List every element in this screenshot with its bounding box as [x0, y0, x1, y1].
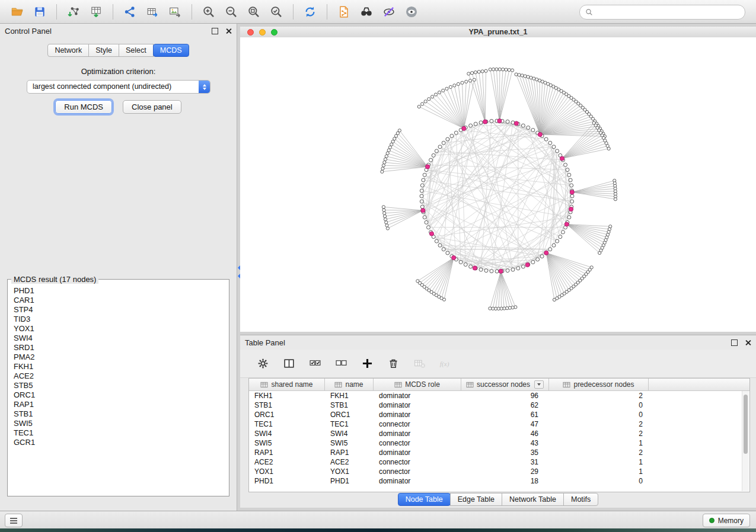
zoom-selected-button[interactable]: [266, 2, 286, 21]
share-document-button[interactable]: [334, 2, 354, 21]
network-canvas[interactable]: [240, 37, 756, 332]
show-eye-button[interactable]: [401, 2, 422, 21]
mcds-result-item[interactable]: SWI4: [14, 334, 223, 343]
mcds-result-item[interactable]: PHD1: [14, 286, 223, 296]
table-row[interactable]: YOX1YOX1connector291: [249, 467, 749, 476]
mcds-result-item[interactable]: ACE2: [14, 371, 223, 381]
export-image-button[interactable]: [165, 2, 185, 21]
memory-label: Memory: [718, 517, 744, 525]
column-grid-icon: [394, 382, 402, 388]
mcds-result-item[interactable]: RAP1: [14, 400, 223, 409]
mcds-result-item[interactable]: PMA2: [14, 352, 223, 362]
node-table-body[interactable]: FKH1FKH1dominator962STB1STB1dominator620…: [249, 391, 749, 486]
mcds-result-item[interactable]: STB1: [14, 409, 223, 419]
panel-menu-button[interactable]: [5, 514, 23, 527]
table-scrollbar[interactable]: [742, 391, 749, 491]
import-network-button[interactable]: [63, 2, 84, 21]
show-hide-columns-button[interactable]: [282, 357, 296, 371]
zoom-fit-button[interactable]: [244, 2, 264, 21]
mcds-result-item[interactable]: GCR1: [14, 438, 223, 447]
cell-shared-name: ACE2: [249, 457, 325, 467]
mcds-result-item[interactable]: TEC1: [14, 428, 223, 438]
criterion-dropdown-value: largest connected component (undirected): [33, 82, 171, 91]
mcds-result-item[interactable]: ORC1: [14, 390, 223, 400]
search-field[interactable]: [579, 5, 745, 20]
refresh-layout-button[interactable]: [300, 2, 320, 21]
close-panel-icon[interactable]: [225, 28, 232, 34]
tab-network[interactable]: Network: [47, 44, 89, 57]
new-network-button[interactable]: [120, 2, 140, 21]
table-row[interactable]: ORC1ORC1dominator610: [249, 410, 749, 419]
mcds-result-item[interactable]: TID3: [14, 315, 223, 324]
deselect-all-rows-button[interactable]: [334, 357, 348, 371]
table-row[interactable]: PHD1PHD1dominator180: [249, 476, 749, 486]
mcds-result-item[interactable]: CAR1: [14, 296, 223, 305]
column-header-shared-name[interactable]: shared name: [249, 379, 325, 390]
cell-mcds-role: dominator: [374, 448, 461, 457]
table-row[interactable]: ACE2ACE2connector311: [249, 457, 749, 467]
cell-filler: [649, 457, 749, 467]
open-folder-button[interactable]: [7, 2, 27, 21]
table-row[interactable]: RAP1RAP1dominator352: [249, 448, 749, 457]
mcds-result-list[interactable]: PHD1CAR1STP4TID3YOX1SWI4SRD1PMA2FKH1ACE2…: [8, 284, 229, 450]
cell-mcds-role: dominator: [374, 429, 461, 438]
table-row[interactable]: TEC1TEC1connector472: [249, 419, 749, 429]
cell-predecessor-nodes: 2: [549, 448, 649, 457]
cell-filler: [649, 438, 749, 448]
mcds-result-item[interactable]: STP4: [14, 305, 223, 315]
criterion-dropdown[interactable]: largest connected component (undirected): [27, 80, 210, 94]
column-header-successor-nodes[interactable]: successor nodes: [461, 379, 549, 390]
cell-name: TEC1: [325, 419, 374, 429]
find-binoculars-button[interactable]: [356, 2, 377, 21]
tab-edge-table[interactable]: Edge Table: [450, 493, 502, 506]
zoom-out-button[interactable]: [221, 2, 241, 21]
delete-table-disabled-button: [412, 357, 426, 371]
run-mcds-button[interactable]: Run MCDS: [55, 100, 112, 114]
table-row[interactable]: FKH1FKH1dominator962: [249, 391, 749, 400]
delete-columns-button[interactable]: [386, 357, 400, 371]
tab-style[interactable]: Style: [88, 44, 119, 57]
float-panel-icon[interactable]: [731, 339, 738, 346]
cell-filler: [649, 419, 749, 429]
column-header-mcds-role[interactable]: MCDS role: [374, 379, 461, 390]
float-panel-icon[interactable]: [212, 28, 218, 34]
sort-indicator-icon[interactable]: [534, 380, 544, 389]
table-row[interactable]: STB1STB1dominator620: [249, 400, 749, 410]
network-graph-svg[interactable]: [240, 37, 756, 332]
cell-mcds-role: connector: [374, 438, 461, 448]
mcds-result-item[interactable]: SRD1: [14, 343, 223, 352]
search-input[interactable]: [596, 6, 745, 18]
mcds-result-item[interactable]: YOX1: [14, 324, 223, 334]
select-all-rows-button[interactable]: [308, 357, 322, 371]
cell-predecessor-nodes: 0: [549, 410, 649, 419]
mcds-result-item[interactable]: STB5: [14, 381, 223, 390]
table-row[interactable]: SWI5SWI5connector431: [249, 438, 749, 448]
mcds-result-item[interactable]: FKH1: [14, 362, 223, 371]
create-column-button[interactable]: [360, 357, 374, 371]
tab-mcds[interactable]: MCDS: [153, 44, 189, 57]
export-table-button[interactable]: [142, 2, 162, 21]
column-header-label: name: [345, 380, 363, 389]
close-panel-button[interactable]: Close panel: [123, 100, 181, 114]
tab-select[interactable]: Select: [119, 44, 154, 57]
column-header-filler: [649, 379, 749, 390]
scrollbar-thumb[interactable]: [744, 395, 748, 454]
table-settings-gear-button[interactable]: [256, 357, 270, 371]
column-header-name[interactable]: name: [325, 379, 374, 390]
column-header-predecessor-nodes[interactable]: predecessor nodes: [549, 379, 649, 390]
column-grid-icon: [563, 382, 570, 388]
close-panel-icon[interactable]: [745, 339, 751, 346]
zoom-in-button[interactable]: [199, 2, 219, 21]
tab-motifs[interactable]: Motifs: [563, 493, 598, 506]
cell-successor-nodes: 35: [461, 448, 549, 457]
mcds-result-item[interactable]: SWI5: [14, 419, 223, 428]
table-row[interactable]: SWI4SWI4dominator462: [249, 429, 749, 438]
toggle-visibility-button[interactable]: [379, 2, 399, 21]
save-button[interactable]: [30, 2, 50, 21]
tab-node-table[interactable]: Node Table: [398, 493, 451, 506]
import-table-button[interactable]: [86, 2, 106, 21]
tab-network-table[interactable]: Network Table: [502, 493, 564, 506]
memory-button[interactable]: Memory: [703, 514, 750, 527]
table-panel-tabs: Node TableEdge TableNetwork TableMotifs: [240, 493, 756, 506]
cell-predecessor-nodes: 2: [549, 419, 649, 429]
